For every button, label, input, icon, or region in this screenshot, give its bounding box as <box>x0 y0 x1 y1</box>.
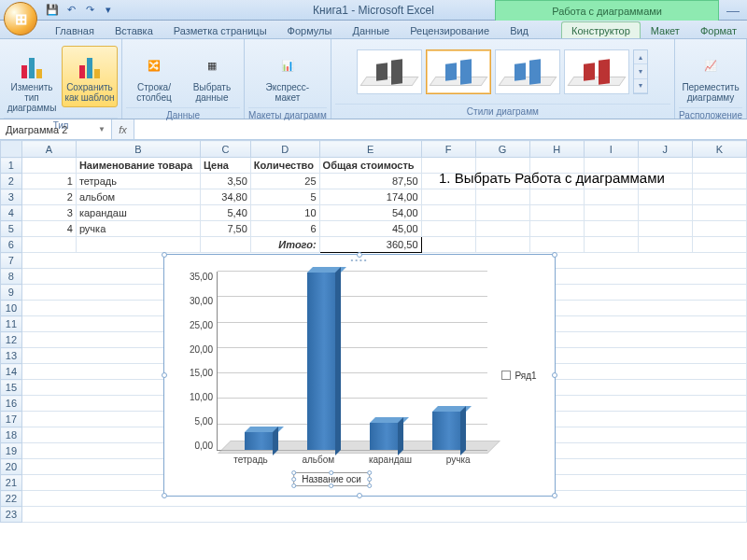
cell[interactable]: 5 <box>250 189 319 205</box>
chart-bar[interactable] <box>370 423 398 450</box>
switch-row-column-button[interactable]: 🔀 Строка/столбец <box>126 46 182 107</box>
chart-bars[interactable] <box>227 272 478 450</box>
row-header[interactable]: 4 <box>1 205 22 221</box>
chevron-up-icon[interactable]: ▴ <box>634 50 647 64</box>
chart-plot-area[interactable]: 35,0030,0025,0020,0015,0010,005,000,00 т… <box>172 262 491 488</box>
row-header[interactable]: 10 <box>1 301 22 316</box>
chart-bar[interactable] <box>245 432 273 450</box>
chart-bar[interactable] <box>307 273 335 450</box>
row-header[interactable]: 8 <box>1 269 22 285</box>
resize-handle[interactable] <box>357 252 362 258</box>
row-header[interactable]: 5 <box>1 221 22 237</box>
save-as-template-button[interactable]: Сохранить как шаблон <box>62 46 118 107</box>
cell[interactable]: Цена <box>200 158 250 174</box>
chart-object[interactable]: •••• 35,0030,0025,0020,0015,0010,005,000… <box>163 254 556 497</box>
tab-review[interactable]: Рецензирование <box>400 21 500 38</box>
col-header[interactable]: A <box>21 141 76 158</box>
fx-icon[interactable]: fx <box>112 119 134 139</box>
chart-legend[interactable]: Ряд1 <box>491 262 547 488</box>
cell[interactable]: Итого: <box>250 237 319 253</box>
select-data-button[interactable]: ▦ Выбрать данные <box>184 46 240 107</box>
cell[interactable]: 5,40 <box>200 205 250 221</box>
cell[interactable]: 34,80 <box>200 189 250 205</box>
cell[interactable]: Общая стоимость <box>319 158 421 174</box>
qat-dropdown-icon[interactable]: ▾ <box>101 3 116 18</box>
row-header[interactable]: 9 <box>1 285 22 301</box>
save-icon[interactable]: 💾 <box>45 3 60 18</box>
col-header[interactable]: E <box>319 141 421 158</box>
row-header[interactable]: 12 <box>1 332 22 348</box>
row-header[interactable]: 13 <box>1 348 22 364</box>
chart-style-4[interactable] <box>564 49 629 94</box>
chart-style-2[interactable] <box>426 49 491 94</box>
col-header[interactable]: J <box>638 141 692 158</box>
row-header[interactable]: 14 <box>1 364 22 380</box>
row-header[interactable]: 20 <box>1 459 22 475</box>
cell[interactable]: 3,50 <box>200 174 250 189</box>
tab-design[interactable]: Конструктор <box>561 21 641 38</box>
cell[interactable]: 360,50 <box>319 237 421 253</box>
row-header[interactable]: 18 <box>1 427 22 443</box>
resize-handle[interactable] <box>552 252 557 258</box>
col-header[interactable]: K <box>692 141 746 158</box>
col-header[interactable]: H <box>529 141 584 158</box>
tab-formulas[interactable]: Формулы <box>277 21 343 38</box>
cell[interactable]: тетрадь <box>76 174 200 189</box>
chart-style-1[interactable] <box>357 49 422 94</box>
cell[interactable]: 2 <box>21 189 76 205</box>
cell[interactable]: 25 <box>250 174 319 189</box>
tab-view[interactable]: Вид <box>500 21 539 38</box>
chart-axis-title[interactable]: Название оси <box>293 472 370 486</box>
cell[interactable]: 87,50 <box>319 174 421 189</box>
chart-bar[interactable] <box>432 412 460 450</box>
col-header[interactable]: F <box>421 141 475 158</box>
cell[interactable]: 4 <box>21 221 76 237</box>
tab-home[interactable]: Главная <box>45 21 105 38</box>
cell[interactable]: альбом <box>76 189 200 205</box>
resize-handle[interactable] <box>162 372 167 378</box>
quick-layout-button[interactable]: 📊 Экспресс-макет <box>260 46 316 107</box>
tab-layout[interactable]: Макет <box>641 21 690 38</box>
cell[interactable]: ручка <box>76 221 200 237</box>
cell[interactable]: 45,00 <box>319 221 421 237</box>
row-header[interactable]: 21 <box>1 475 22 491</box>
row-header[interactable]: 22 <box>1 491 22 507</box>
resize-handle[interactable] <box>552 372 557 378</box>
minimize-icon[interactable]: — <box>726 3 740 18</box>
change-chart-type-button[interactable]: Изменить тип диаграммы <box>4 46 60 118</box>
row-header[interactable]: 2 <box>1 174 22 189</box>
cell[interactable]: 3 <box>21 205 76 221</box>
tab-data[interactable]: Данные <box>342 21 400 38</box>
chart-style-3[interactable] <box>495 49 560 94</box>
cell[interactable]: 7,50 <box>200 221 250 237</box>
tab-pagelayout[interactable]: Разметка страницы <box>163 21 277 38</box>
col-header[interactable]: B <box>76 141 200 158</box>
col-header[interactable]: C <box>200 141 250 158</box>
cell[interactable]: 10 <box>250 205 319 221</box>
col-header[interactable]: D <box>250 141 319 158</box>
row-header[interactable]: 1 <box>1 158 22 174</box>
resize-handle[interactable] <box>162 252 167 258</box>
col-header[interactable]: G <box>475 141 529 158</box>
cell[interactable]: карандаш <box>76 205 200 221</box>
cell[interactable]: Наименование товара <box>76 158 200 174</box>
undo-icon[interactable]: ↶ <box>63 3 78 18</box>
row-header[interactable]: 17 <box>1 412 22 427</box>
style-gallery-scroll[interactable]: ▴▾▾ <box>633 49 648 94</box>
chevron-down-icon[interactable]: ▼ <box>98 125 106 133</box>
row-header[interactable]: 6 <box>1 237 22 253</box>
tab-insert[interactable]: Вставка <box>105 21 163 38</box>
cell[interactable]: 54,00 <box>319 205 421 221</box>
resize-handle[interactable] <box>162 493 167 498</box>
more-icon[interactable]: ▾ <box>634 79 647 93</box>
row-header[interactable]: 16 <box>1 396 22 412</box>
select-all-corner[interactable] <box>1 141 22 158</box>
row-header[interactable]: 19 <box>1 443 22 459</box>
redo-icon[interactable]: ↷ <box>82 3 97 18</box>
move-chart-button[interactable]: 📈 Переместить диаграмму <box>683 46 739 107</box>
cell[interactable]: 1 <box>21 174 76 189</box>
col-header[interactable]: I <box>584 141 638 158</box>
formula-input[interactable] <box>134 119 747 139</box>
cell[interactable]: 174,00 <box>319 189 421 205</box>
resize-handle[interactable] <box>357 493 362 498</box>
